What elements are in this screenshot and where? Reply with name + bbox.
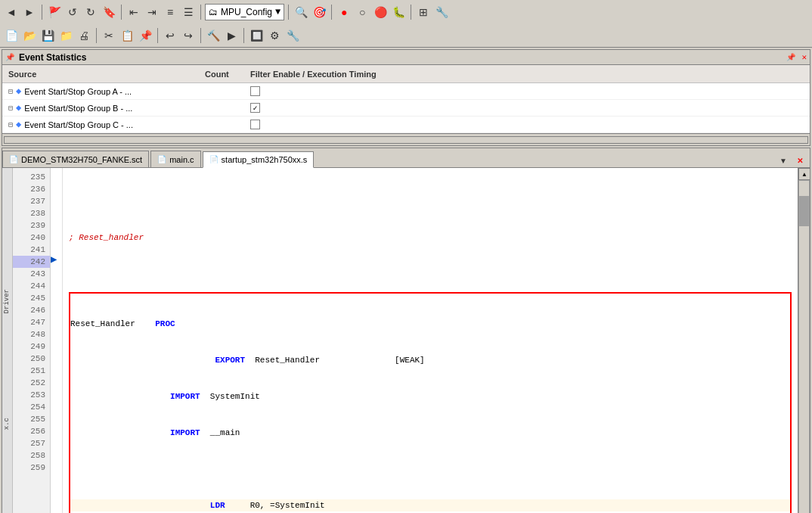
tab-bar-actions: ▼ ✕ [776,154,810,167]
forward-button[interactable]: ► [21,4,38,20]
tree-expand-icon-b[interactable]: ⊟ [8,104,13,113]
line-num-247: 247 [13,316,50,328]
pause-button[interactable]: ○ [354,4,370,20]
indent-button[interactable]: ⇤ [126,4,142,20]
code-line-237: Reset_Handler PROC [70,318,790,330]
search-button[interactable]: 🔍 [293,4,309,20]
diamond-icon-a: ◆ [16,86,21,97]
gutter-239 [51,216,62,229]
outdent-button[interactable]: ⇥ [144,4,160,20]
tree-expand-icon-c[interactable]: ⊟ [8,120,13,129]
toolbar-separator-5 [331,5,332,20]
list-item[interactable]: ⊟ ◆ Event Start/Stop Group C - ... [2,117,810,133]
event-label-c: Event Start/Stop Group C - ... [24,120,133,129]
toolbar-row2: 📄 📂 💾 📁 🖨 ✂ 📋 📌 ↩ ↪ 🔨 ▶ 🔲 ⚙ 🔧 [0,24,812,47]
panel-title: Event Statistics [19,52,86,63]
gutter-240 [51,229,62,241]
paste-button[interactable]: 📌 [137,27,153,44]
list-item[interactable]: ⊟ ◆ Event Start/Stop Group A - ... [2,83,810,100]
checkbox-a[interactable] [250,86,260,96]
save-all-button[interactable]: 📁 [57,27,74,44]
tree-expand-icon-a[interactable]: ⊟ [8,87,13,96]
settings-button[interactable]: ⊞ [415,4,432,20]
back-button[interactable]: ◄ [3,4,20,20]
toolbar-separator-10 [243,28,244,43]
chip-button[interactable]: 🔲 [248,27,265,44]
debug-button[interactable]: 🐛 [390,4,407,20]
line-num-248: 248 [13,328,50,340]
scroll-thumb[interactable] [799,196,809,226]
config-button[interactable]: ⚙ [266,27,283,44]
line-num-258: 258 [13,449,50,462]
code-line-240: IMPORT __main [70,427,790,439]
tab-main-c[interactable]: 📄 main.c [150,151,200,167]
line-num-250: 250 [13,353,50,365]
wrench-button[interactable]: 🔧 [433,4,450,20]
tab-close-all-button[interactable]: ✕ [793,154,807,167]
print-button[interactable]: 🖨 [76,27,92,44]
redo-button[interactable]: ↪ [180,27,197,44]
build-button[interactable]: 🔨 [205,27,222,44]
panel-pin2-icon[interactable]: 📌 [786,53,795,62]
open-file-button[interactable]: 📂 [21,27,38,44]
stop-button[interactable]: 🔴 [372,4,389,20]
list-item[interactable]: ⊟ ◆ Event Start/Stop Group B - ... [2,100,810,117]
tab-dropdown-button[interactable]: ▼ [776,154,790,167]
run-button[interactable]: ● [336,4,352,20]
toolbar-row1: ◄ ► 🚩 ↺ ↻ 🔖 ⇤ ⇥ ≡ ☰ 🗂 MPU_Config ▼ 🔍 🎯 ●… [0,0,812,24]
tab-main-c-label: main.c [169,155,194,164]
main-area: 📌 Event Statistics 📌 ✕ Source Count Filt… [0,48,812,513]
toolbar-separator-9 [200,28,201,43]
refresh-button[interactable]: ↺ [64,4,81,20]
project-dropdown[interactable]: 🗂 MPU_Config ▼ [205,4,284,20]
code-line-239: IMPORT SystemInit [70,390,790,403]
panel-horizontal-scrollbar[interactable] [2,133,810,145]
undo-button[interactable]: ↩ [162,27,178,44]
flag-button[interactable]: 🚩 [46,4,63,20]
panel-pin-icon[interactable]: 📌 [5,53,14,62]
line-num-237: 237 [13,195,50,207]
run2-button[interactable]: ▶ [223,27,240,44]
right-scrollbar[interactable]: ▲ ▼ [798,168,810,513]
filter-cell-a[interactable] [250,86,804,96]
filter-cell-c[interactable] [250,120,804,129]
list-button[interactable]: ☰ [180,4,197,20]
line-num-241: 241 [13,244,50,256]
panel-close-icon[interactable]: ✕ [801,52,807,62]
align-button[interactable]: ≡ [162,4,178,20]
code-content[interactable]: ; Reset_handler Reset_Handler PROC EXPOR… [63,168,798,513]
panel-titlebar: 📌 Event Statistics 📌 ✕ [2,50,810,65]
checkbox-c[interactable] [250,120,260,129]
refresh2-button[interactable]: ↻ [82,4,99,20]
tab-sct-label: DEMO_STM32H750_FANKE.sct [21,155,142,164]
filter-cell-b[interactable] [250,103,804,113]
gutter-area: ▶ [51,168,63,513]
cut-button[interactable]: ✂ [101,27,117,44]
toolbar-separator-6 [411,5,411,20]
toolbar-separator-8 [157,28,158,43]
line-num-251: 251 [13,365,50,377]
diamond-icon-c: ◆ [16,119,21,130]
gutter-236 [51,180,62,192]
line-num-257: 257 [13,437,50,449]
toolbar-separator-7 [96,28,97,43]
red-box-region: Reset_Handler PROC EXPORT Reset_Handler … [69,292,792,513]
bookmark-button[interactable]: 🔖 [101,4,117,20]
new-file-button[interactable]: 📄 [3,27,20,44]
tab-sct[interactable]: 📄 DEMO_STM32H750_FANKE.sct [2,151,149,167]
save-file-button[interactable]: 💾 [39,27,56,44]
scrollbar-track[interactable] [4,136,808,144]
filter-column-header: Filter Enable / Execution Timing [250,70,792,79]
tab-startup-s-label: startup_stm32h750xx.s [222,155,308,164]
code-line-235 [69,195,792,207]
scroll-up-button[interactable]: ▲ [798,168,810,180]
source-cell-b: ⊟ ◆ Event Start/Stop Group B - ... [8,102,205,113]
scroll-track[interactable] [798,180,810,513]
target-button[interactable]: 🎯 [311,4,327,20]
tools-button[interactable]: 🔧 [284,27,301,44]
code-line-236: ; Reset_handler [69,232,792,244]
source-cell-c: ⊟ ◆ Event Start/Stop Group C - ... [8,119,205,130]
tab-startup-s[interactable]: 📄 startup_stm32h750xx.s [203,151,315,168]
checkbox-b[interactable] [250,103,260,113]
copy-button[interactable]: 📋 [119,27,135,44]
